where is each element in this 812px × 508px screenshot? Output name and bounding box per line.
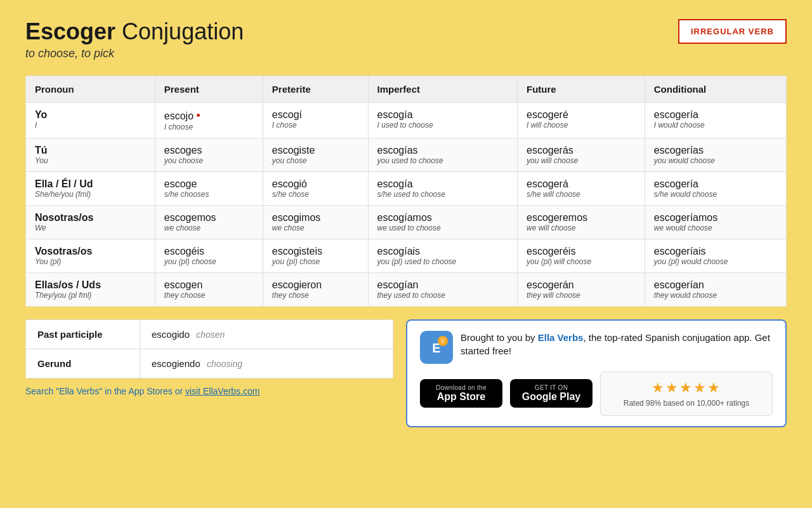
play-store-big-text: Google Play bbox=[522, 391, 580, 403]
pronoun-cell: Yo I bbox=[26, 102, 155, 138]
imperfect-cell: escogíais you (pl) used to choose bbox=[368, 239, 518, 272]
app-store-small-text: Download on the bbox=[436, 384, 487, 391]
promo-buttons: Download on the App Store GET IT ON Goog… bbox=[420, 371, 773, 416]
play-store-small-text: GET IT ON bbox=[535, 384, 568, 391]
future-cell: escogerá s/he will choose bbox=[518, 171, 645, 205]
imperfect-cell: escogían they used to choose bbox=[368, 272, 518, 306]
conditional-cell: escogerías you would choose bbox=[645, 138, 786, 171]
col-future: Future bbox=[518, 76, 645, 102]
imperfect-cell: escogía I used to choose bbox=[368, 102, 518, 138]
participle-value: escogido chosen bbox=[140, 319, 393, 349]
ella-verbs-brand-link[interactable]: Ella Verbs bbox=[538, 332, 584, 343]
pronoun-cell: Nosotras/os We bbox=[26, 205, 155, 239]
present-cell: escogéis you (pl) choose bbox=[155, 239, 263, 272]
future-cell: escogeré I will choose bbox=[518, 102, 645, 138]
title-block: Escoger Conjugation to choose, to pick bbox=[25, 19, 244, 60]
pronoun-cell: Ellas/os / Uds They/you (pl fml) bbox=[26, 272, 155, 306]
present-cell: escoge s/he chooses bbox=[155, 171, 263, 205]
conditional-cell: escogería I would choose bbox=[645, 102, 786, 138]
title-bold: Escoger bbox=[25, 18, 115, 44]
table-row: Nosotras/os We escogemos we choose escog… bbox=[26, 205, 787, 239]
future-cell: escogerán they will choose bbox=[518, 272, 645, 306]
future-cell: escogeréis you (pl) will choose bbox=[518, 239, 645, 272]
pronoun-cell: Vosotras/os You (pl) bbox=[26, 239, 155, 272]
gerund-value: escogiendo choosing bbox=[140, 349, 393, 378]
imperfect-cell: escogía s/he used to choose bbox=[368, 171, 518, 205]
subtitle: to choose, to pick bbox=[25, 47, 244, 60]
app-store-big-text: App Store bbox=[437, 391, 485, 403]
gerund-row: Gerund escogiendo choosing bbox=[26, 349, 393, 378]
pronoun-cell: Ella / Él / Ud She/he/you (fml) bbox=[26, 171, 155, 205]
gerund-label: Gerund bbox=[26, 349, 140, 378]
app-store-button[interactable]: Download on the App Store bbox=[420, 379, 502, 408]
search-text: Search "Ella Verbs" in the App Stores or… bbox=[25, 386, 393, 396]
future-cell: escogeremos we will choose bbox=[518, 205, 645, 239]
col-imperfect: Imperfect bbox=[368, 76, 518, 102]
col-conditional: Conditional bbox=[645, 76, 786, 102]
preterite-cell: escogiste you chose bbox=[263, 138, 368, 171]
participle-label: Past participle bbox=[26, 319, 140, 349]
title-normal: Conjugation bbox=[115, 18, 244, 44]
future-cell: escogerás you will choose bbox=[518, 138, 645, 171]
page-title: Escoger Conjugation bbox=[25, 19, 244, 44]
promo-text: Brought to you by Ella Verbs, the top-ra… bbox=[461, 331, 773, 358]
table-header-row: Pronoun Present Preterite Imperfect Futu… bbox=[26, 76, 787, 102]
conditional-cell: escogeríamos we would choose bbox=[645, 205, 786, 239]
conditional-cell: escogerían they would choose bbox=[645, 272, 786, 306]
left-bottom: Past participle escogido chosen Gerund e… bbox=[25, 319, 393, 427]
promo-icon: E V bbox=[420, 331, 453, 364]
col-preterite: Preterite bbox=[263, 76, 368, 102]
preterite-cell: escogí I chose bbox=[263, 102, 368, 138]
present-cell: escojo • I choose bbox=[155, 102, 263, 138]
table-row: Vosotras/os You (pl) escogéis you (pl) c… bbox=[26, 239, 787, 272]
conjugation-table: Pronoun Present Preterite Imperfect Futu… bbox=[25, 76, 787, 307]
present-cell: escogemos we choose bbox=[155, 205, 263, 239]
rating-box: ★★★★★ Rated 98% based on 10,000+ ratings bbox=[600, 371, 773, 416]
col-pronoun: Pronoun bbox=[26, 76, 155, 102]
svg-text:V: V bbox=[441, 338, 445, 345]
table-row: Ellas/os / Uds They/you (pl fml) escogen… bbox=[26, 272, 787, 306]
col-present: Present bbox=[155, 76, 263, 102]
rating-text: Rated 98% based on 10,000+ ratings bbox=[611, 399, 762, 408]
imperfect-cell: escogíamos we used to choose bbox=[368, 205, 518, 239]
present-cell: escogen they choose bbox=[155, 272, 263, 306]
ella-verbs-link[interactable]: visit EllaVerbs.com bbox=[185, 386, 259, 396]
table-row: Tú You escoges you choose escogiste you … bbox=[26, 138, 787, 171]
bottom-section: Past participle escogido chosen Gerund e… bbox=[25, 319, 787, 427]
promo-box: E V Brought to you by Ella Verbs, the to… bbox=[406, 319, 787, 427]
preterite-cell: escogieron they chose bbox=[263, 272, 368, 306]
conditional-cell: escogería s/he would choose bbox=[645, 171, 786, 205]
participle-table: Past participle escogido chosen Gerund e… bbox=[25, 319, 393, 378]
google-play-button[interactable]: GET IT ON Google Play bbox=[510, 379, 593, 408]
imperfect-cell: escogías you used to choose bbox=[368, 138, 518, 171]
pronoun-cell: Tú You bbox=[26, 138, 155, 171]
table-row: Ella / Él / Ud She/he/you (fml) escoge s… bbox=[26, 171, 787, 205]
star-rating: ★★★★★ bbox=[611, 380, 762, 396]
table-row: Yo I escojo • I choose escogí I chose es… bbox=[26, 102, 787, 138]
promo-top: E V Brought to you by Ella Verbs, the to… bbox=[420, 331, 773, 364]
participle-row: Past participle escogido chosen bbox=[26, 319, 393, 349]
present-cell: escoges you choose bbox=[155, 138, 263, 171]
preterite-cell: escogió s/he chose bbox=[263, 171, 368, 205]
irregular-badge: IRREGULAR VERB bbox=[678, 19, 787, 44]
page-header: Escoger Conjugation to choose, to pick I… bbox=[25, 19, 787, 60]
conditional-cell: escogeríais you (pl) would choose bbox=[645, 239, 786, 272]
preterite-cell: escogisteis you (pl) chose bbox=[263, 239, 368, 272]
preterite-cell: escogimos we chose bbox=[263, 205, 368, 239]
